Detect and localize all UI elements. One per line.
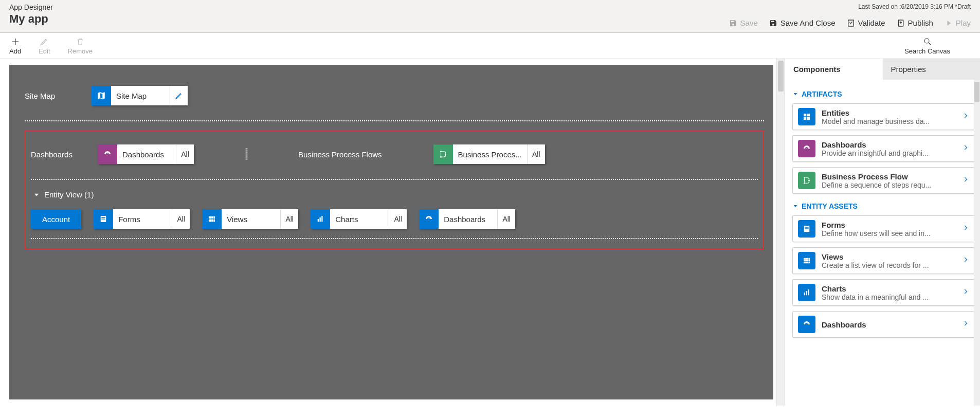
gauge-icon bbox=[98, 144, 117, 164]
bpf-all-label[interactable]: All bbox=[528, 144, 545, 164]
edit-button: Edit bbox=[39, 37, 50, 55]
gauge-icon bbox=[419, 209, 439, 229]
tab-properties[interactable]: Properties bbox=[883, 59, 981, 80]
card-entities[interactable]: Entities Model and manage business da... bbox=[792, 103, 975, 130]
entity-dashboards-all-label[interactable]: All bbox=[498, 209, 515, 229]
svg-rect-26 bbox=[808, 289, 809, 295]
svg-rect-7 bbox=[101, 217, 105, 218]
svg-point-2 bbox=[924, 39, 929, 43]
svg-rect-14 bbox=[807, 114, 810, 116]
search-icon bbox=[923, 37, 932, 46]
charts-all-label[interactable]: All bbox=[389, 209, 407, 229]
scrollbar-thumb[interactable] bbox=[778, 61, 784, 92]
grid-icon bbox=[202, 209, 222, 229]
svg-point-3 bbox=[440, 151, 442, 152]
views-all-label[interactable]: All bbox=[281, 209, 298, 229]
map-icon bbox=[92, 86, 111, 105]
charts-tile[interactable]: Charts All bbox=[311, 209, 407, 229]
views-tile[interactable]: Views All bbox=[202, 209, 298, 229]
app-name: My app bbox=[9, 12, 53, 26]
last-saved-text: Last Saved on :6/20/2019 3:16 PM *Draft bbox=[858, 3, 971, 10]
design-canvas[interactable]: Site Map Site Map Dashboards bbox=[9, 65, 773, 399]
chevron-right-icon bbox=[962, 320, 969, 329]
svg-rect-11 bbox=[320, 217, 321, 222]
sitemap-tile-label: Site Map bbox=[111, 86, 170, 105]
save-and-close-button[interactable]: Save And Close bbox=[769, 19, 836, 27]
flow-icon bbox=[798, 172, 815, 189]
bar-chart-icon bbox=[798, 284, 815, 301]
caret-down-icon bbox=[792, 203, 798, 209]
svg-rect-9 bbox=[209, 216, 215, 222]
sitemap-tile[interactable]: Site Map bbox=[92, 86, 188, 105]
svg-rect-16 bbox=[807, 117, 810, 120]
drag-handle[interactable]: •••••••••••• bbox=[245, 148, 247, 160]
sidebar-scrollbar-thumb[interactable] bbox=[974, 82, 979, 102]
svg-point-4 bbox=[440, 156, 442, 158]
plus-icon bbox=[11, 37, 20, 46]
svg-rect-25 bbox=[806, 291, 807, 295]
caret-down-icon bbox=[792, 91, 798, 97]
sitemap-row-label: Site Map bbox=[25, 92, 92, 100]
svg-rect-13 bbox=[804, 114, 806, 116]
forms-tile[interactable]: Forms All bbox=[94, 209, 190, 229]
save-close-icon bbox=[769, 19, 777, 27]
chevron-right-icon bbox=[962, 176, 969, 185]
svg-rect-15 bbox=[804, 117, 806, 120]
bpf-tile-label: Business Proces... bbox=[453, 144, 528, 164]
grid-icon bbox=[798, 252, 815, 269]
card-dashboards[interactable]: Dashboards Provide an insightful and gra… bbox=[792, 135, 975, 162]
svg-rect-24 bbox=[804, 293, 805, 295]
tab-components[interactable]: Components bbox=[785, 59, 883, 80]
sitemap-edit-button[interactable] bbox=[170, 86, 188, 105]
entity-view-toggle[interactable]: Entity View (1) bbox=[33, 190, 758, 199]
search-canvas-button[interactable]: Search Canvas bbox=[904, 37, 950, 55]
play-icon bbox=[945, 19, 953, 27]
svg-rect-10 bbox=[318, 219, 319, 222]
svg-point-17 bbox=[804, 177, 805, 178]
entity-dashboards-tile[interactable]: Dashboards All bbox=[419, 209, 515, 229]
section-assets-toggle[interactable]: ENTITY ASSETS bbox=[792, 202, 975, 210]
highlighted-section: Dashboards Dashboards All •••••••••••• bbox=[25, 131, 764, 249]
card-forms[interactable]: Forms Define how users will see and in..… bbox=[792, 215, 975, 242]
trash-icon bbox=[76, 37, 85, 46]
entities-icon bbox=[798, 108, 815, 125]
canvas-scrollbar[interactable] bbox=[776, 59, 785, 406]
publish-icon bbox=[897, 19, 905, 27]
dashboards-row-label: Dashboards bbox=[31, 150, 98, 159]
save-button: Save bbox=[729, 19, 758, 27]
validate-button[interactable]: Validate bbox=[847, 19, 885, 27]
toolbar: Add Edit Remove Search Canvas bbox=[0, 33, 980, 59]
svg-rect-12 bbox=[321, 216, 322, 222]
chevron-right-icon bbox=[962, 144, 969, 153]
gauge-icon bbox=[798, 316, 815, 333]
svg-rect-22 bbox=[805, 228, 809, 229]
bpf-tile[interactable]: Business Proces... All bbox=[433, 144, 545, 164]
chevron-right-icon bbox=[962, 224, 969, 233]
chevron-right-icon bbox=[962, 288, 969, 297]
flow-icon bbox=[433, 144, 453, 164]
publish-button[interactable]: Publish bbox=[897, 19, 933, 27]
section-artifacts-toggle[interactable]: ARTIFACTS bbox=[792, 90, 975, 98]
caret-down-icon bbox=[33, 191, 40, 198]
dashboards-tile-label: Dashboards bbox=[117, 144, 176, 164]
forms-all-label[interactable]: All bbox=[172, 209, 190, 229]
dashboards-all-label[interactable]: All bbox=[176, 144, 194, 164]
views-tile-label: Views bbox=[222, 209, 281, 229]
chevron-right-icon bbox=[962, 256, 969, 265]
dashboards-tile[interactable]: Dashboards All bbox=[98, 144, 194, 164]
forms-tile-label: Forms bbox=[113, 209, 172, 229]
card-views[interactable]: Views Create a list view of records for … bbox=[792, 247, 975, 274]
form-icon bbox=[94, 209, 113, 229]
entity-account-tile[interactable]: Account bbox=[31, 209, 81, 229]
add-button[interactable]: Add bbox=[9, 37, 21, 55]
card-charts[interactable]: Charts Show data in a meaningful and ... bbox=[792, 279, 975, 306]
sidebar-scrollbar[interactable] bbox=[974, 80, 980, 406]
header-bar: App Designer My app Last Saved on :6/20/… bbox=[0, 0, 980, 33]
card-bpf[interactable]: Business Process Flow Define a sequence … bbox=[792, 167, 975, 194]
svg-point-19 bbox=[808, 180, 810, 181]
entity-dashboards-tile-label: Dashboards bbox=[439, 209, 498, 229]
bpf-row-label: Business Process Flows bbox=[298, 150, 382, 159]
validate-icon bbox=[847, 19, 855, 27]
form-icon bbox=[798, 220, 815, 238]
card-dashboards-asset[interactable]: Dashboards bbox=[792, 311, 975, 338]
